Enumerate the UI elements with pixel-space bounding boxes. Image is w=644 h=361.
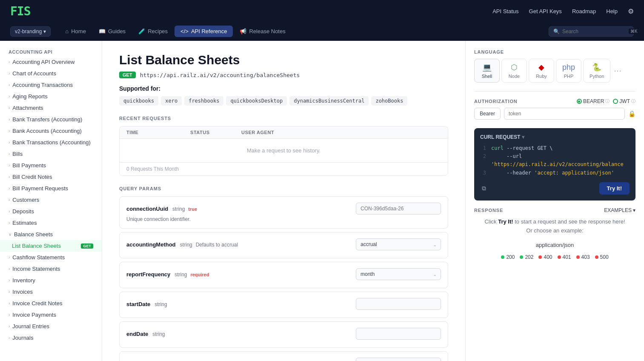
param-header: startDate string bbox=[126, 298, 441, 310]
tab-api-reference[interactable]: </> API Reference bbox=[175, 26, 233, 37]
sidebar-item-invoices[interactable]: › Invoices bbox=[0, 286, 102, 298]
param-end-date: endDate string bbox=[119, 321, 448, 348]
status-401[interactable]: 401 bbox=[558, 254, 571, 260]
endpoint-url: https://api.railz.ai/v2/accounting/balan… bbox=[140, 72, 300, 78]
bearer-option[interactable]: BEARER ⓘ bbox=[577, 98, 610, 104]
sidebar-item-bills[interactable]: › Bills bbox=[0, 148, 102, 160]
status-500[interactable]: 500 bbox=[595, 254, 609, 260]
query-params-title: QUERY PARAMS bbox=[119, 186, 448, 191]
layout: ACCOUNTING API › Accounting API Overview… bbox=[0, 41, 644, 361]
report-frequency-select-wrapper: month quarter year bbox=[356, 268, 441, 280]
sidebar-item-journals[interactable]: › Journals bbox=[0, 332, 102, 344]
curl-code: 1 curl --request GET \ 2 --url 'https://… bbox=[480, 144, 630, 177]
report-frequency-select[interactable]: month quarter year bbox=[356, 268, 441, 280]
curl-line-1: 1 curl --request GET \ bbox=[480, 144, 630, 152]
search-box[interactable]: 🔍 ⌘K bbox=[549, 26, 634, 37]
python-icon: 🐍 bbox=[592, 63, 601, 72]
try-it-hint-strong: Try It! bbox=[498, 218, 513, 225]
param-report-frequency: reportFrequency string required month qu… bbox=[119, 262, 448, 288]
status-403[interactable]: 403 bbox=[576, 254, 590, 260]
sidebar-item-balance-sheets[interactable]: ∨ Balance Sheets bbox=[0, 229, 102, 240]
bearer-type-button[interactable]: Bearer bbox=[474, 108, 501, 120]
lang-tab-ruby[interactable]: ◆ Ruby bbox=[529, 59, 554, 83]
api-status-link[interactable]: API Status bbox=[492, 8, 518, 14]
sidebar-item-accounting-overview[interactable]: › Accounting API Overview bbox=[0, 56, 102, 68]
copy-button[interactable]: ⧉ bbox=[480, 183, 488, 194]
sidebar-item-bill-payment-requests[interactable]: › Bill Payment Requests bbox=[0, 183, 102, 194]
param-accounting-method: accountingMethod string Defaults to accr… bbox=[119, 232, 448, 258]
status-202[interactable]: 202 bbox=[520, 254, 533, 260]
search-icon: 🔍 bbox=[553, 29, 560, 34]
logo-text: FIS bbox=[10, 4, 31, 18]
sidebar-item-invoice-payments[interactable]: › Invoice Payments bbox=[0, 309, 102, 321]
chevron-icon: › bbox=[9, 175, 10, 179]
sidebar-item-attachments[interactable]: › Attachments bbox=[0, 102, 102, 114]
chevron-icon: › bbox=[9, 186, 10, 191]
lang-tab-shell[interactable]: 💻 Shell bbox=[474, 59, 500, 83]
sidebar-item-bank-accounts[interactable]: › Bank Accounts (Accounting) bbox=[0, 125, 102, 137]
language-section: LANGUAGE 💻 Shell ⬡ Node ◆ Ruby php PHP bbox=[474, 49, 635, 83]
get-badge: GET bbox=[81, 244, 93, 249]
status-200[interactable]: 200 bbox=[501, 254, 515, 260]
end-date-input[interactable] bbox=[356, 328, 441, 340]
sidebar-item-deposits[interactable]: › Deposits bbox=[0, 206, 102, 217]
recent-requests-title: RECENT REQUESTS bbox=[119, 116, 448, 121]
sidebar-item-journal-entries[interactable]: › Journal Entries bbox=[0, 321, 102, 332]
sidebar-item-accounting-transactions[interactable]: › Accounting Transactions bbox=[0, 79, 102, 91]
table-empty-message: Make a request to see history. bbox=[120, 139, 448, 163]
param-header: endDate string bbox=[126, 328, 441, 340]
param-header: accountingMethod string Defaults to accr… bbox=[126, 238, 441, 250]
curl-line-3: 3 --header 'accept: application/json' bbox=[480, 169, 630, 177]
sidebar-item-customers[interactable]: › Customers bbox=[0, 194, 102, 206]
version-selector[interactable]: v2-branding ▾ bbox=[10, 26, 51, 37]
roadmap-link[interactable]: Roadmap bbox=[572, 8, 596, 14]
status-400[interactable]: 400 bbox=[538, 254, 552, 260]
chevron-icon: › bbox=[9, 278, 10, 283]
tab-guides[interactable]: 📖 Guides bbox=[93, 26, 132, 37]
examples-button[interactable]: EXAMPLES ▾ bbox=[604, 207, 635, 213]
top-nav-links: API Status Get API Keys Roadmap Help ⚙ bbox=[492, 7, 634, 15]
get-api-keys-link[interactable]: Get API Keys bbox=[529, 8, 562, 14]
sidebar-item-bill-credit-notes[interactable]: › Bill Credit Notes bbox=[0, 171, 102, 183]
sidebar-item-list-balance-sheets[interactable]: List Balance Sheets GET bbox=[0, 240, 102, 252]
sidebar-item-bank-transactions[interactable]: › Bank Transactions (Accounting) bbox=[0, 137, 102, 148]
sidebar-item-inventory[interactable]: › Inventory bbox=[0, 275, 102, 286]
curl-title: CURL REQUEST ▾ bbox=[480, 134, 524, 140]
lang-tab-php[interactable]: php PHP bbox=[556, 59, 581, 83]
tab-recipes[interactable]: 🧪 Recipes bbox=[132, 26, 174, 37]
lock-icon: 🔒 bbox=[628, 110, 635, 117]
chevron-down-icon: ▾ bbox=[522, 134, 524, 140]
sidebar-item-bill-payments[interactable]: › Bill Payments bbox=[0, 160, 102, 171]
sidebar-item-bank-transfers[interactable]: › Bank Transfers (Accounting) bbox=[0, 114, 102, 125]
token-input[interactable] bbox=[504, 108, 625, 120]
info-icon: ⓘ bbox=[631, 98, 635, 104]
sidebar-item-chart-accounts[interactable]: › Chart of Accounts bbox=[0, 68, 102, 79]
connection-uuid-input[interactable] bbox=[356, 203, 441, 215]
search-input[interactable] bbox=[562, 29, 626, 34]
help-link[interactable]: Help bbox=[606, 8, 618, 14]
more-languages-icon[interactable]: ⋯ bbox=[612, 64, 623, 77]
tab-release-notes[interactable]: 📢 Release Notes bbox=[234, 26, 291, 37]
sidebar: ACCOUNTING API › Accounting API Overview… bbox=[0, 41, 102, 361]
chevron-icon: › bbox=[9, 324, 10, 329]
accounting-method-select[interactable]: accrual cash bbox=[356, 238, 441, 250]
chevron-icon: › bbox=[9, 117, 10, 122]
release-notes-icon: 📢 bbox=[240, 28, 246, 34]
status-dot-403 bbox=[576, 255, 580, 259]
sidebar-item-invoice-credit-notes[interactable]: › Invoice Credit Notes bbox=[0, 298, 102, 309]
jwt-option[interactable]: JWT ⓘ bbox=[613, 98, 635, 104]
integration-tag: freshbooks bbox=[184, 96, 223, 106]
api-ref-icon: </> bbox=[180, 28, 189, 34]
try-it-button[interactable]: Try It! bbox=[599, 182, 630, 195]
tab-home[interactable]: ⌂ Home bbox=[59, 26, 92, 37]
start-date-input[interactable] bbox=[356, 298, 441, 310]
param-desc: Unique connection identifier. bbox=[126, 216, 441, 222]
sidebar-item-income-statements[interactable]: › Income Statements bbox=[0, 263, 102, 275]
sidebar-item-cashflow[interactable]: › Cashflow Statements bbox=[0, 252, 102, 263]
lang-tab-node[interactable]: ⬡ Node bbox=[501, 59, 527, 83]
settings-icon[interactable]: ⚙ bbox=[628, 7, 634, 15]
sidebar-item-estimates[interactable]: › Estimates bbox=[0, 217, 102, 229]
sidebar-item-aging-reports[interactable]: › Aging Reports bbox=[0, 91, 102, 102]
section-select[interactable] bbox=[356, 358, 441, 361]
lang-tab-python[interactable]: 🐍 Python bbox=[583, 59, 610, 83]
